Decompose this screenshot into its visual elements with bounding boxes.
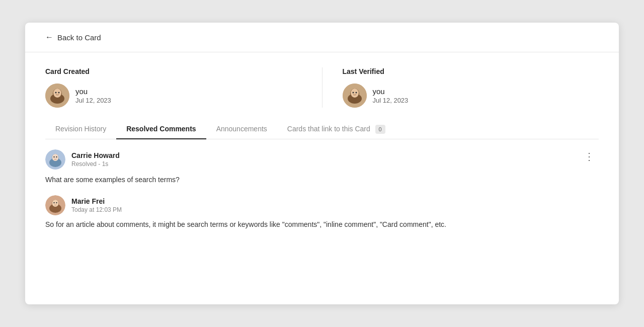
tabs-section: Revision History Resolved Comments Annou… <box>25 108 619 139</box>
card-created-avatar <box>45 84 69 108</box>
vertical-divider <box>322 67 323 108</box>
card-created-date: Jul 12, 2023 <box>75 97 111 104</box>
svg-point-17 <box>56 156 57 157</box>
comment-header: Carrie Howard Resolved - 1s ⋮ <box>45 149 599 170</box>
tab-resolved-comments[interactable]: Resolved Comments <box>116 120 206 139</box>
comment-author-details: Carrie Howard Resolved - 1s <box>71 151 120 168</box>
back-arrow-icon: ← <box>45 33 53 42</box>
tab-badge-cards-link: 0 <box>375 125 385 134</box>
info-section: Card Created you Jul 12, 2023 <box>25 52 619 108</box>
reply-author-name: Marie Frei <box>71 197 122 205</box>
svg-point-16 <box>53 156 54 157</box>
card-created-title: Card Created <box>45 67 302 75</box>
comment-thread: Carrie Howard Resolved - 1s ⋮ What are s… <box>45 149 599 230</box>
card-created-username: you <box>75 87 111 96</box>
last-verified-title: Last Verified <box>343 67 599 75</box>
tab-cards-link[interactable]: Cards that link to this Card 0 <box>277 120 395 139</box>
comment-author-name: Carrie Howard <box>71 151 120 159</box>
tab-revision-history[interactable]: Revision History <box>45 120 116 139</box>
tabs-bar: Revision History Resolved Comments Annou… <box>45 120 599 139</box>
comment-user-info: Carrie Howard Resolved - 1s <box>45 149 120 170</box>
svg-point-21 <box>52 200 59 207</box>
svg-point-4 <box>55 92 57 94</box>
reply-author-details: Marie Frei Today at 12:03 PM <box>71 197 122 213</box>
card-container: ← Back to Card Card Created <box>25 23 619 304</box>
svg-point-23 <box>56 202 57 203</box>
card-created-block: Card Created you Jul 12, 2023 <box>45 67 302 108</box>
last-verified-date: Jul 12, 2023 <box>373 97 409 104</box>
tab-announcements[interactable]: Announcements <box>206 120 277 139</box>
reply-comment: Marie Frei Today at 12:03 PM So for an a… <box>45 195 599 230</box>
reply-text: So for an article about comments, it mig… <box>45 219 498 230</box>
last-verified-username: you <box>373 87 409 96</box>
svg-point-5 <box>58 92 60 94</box>
three-dots-button[interactable]: ⋮ <box>580 149 599 164</box>
comments-section: Carrie Howard Resolved - 1s ⋮ What are s… <box>25 139 619 240</box>
svg-point-22 <box>53 202 54 203</box>
svg-point-10 <box>352 92 354 94</box>
svg-point-3 <box>53 89 61 98</box>
svg-point-15 <box>52 154 59 161</box>
reply-meta: Today at 12:03 PM <box>71 206 122 213</box>
last-verified-block: Last Verified you Jul 12, 2023 <box>343 67 599 108</box>
back-label: Back to Card <box>57 33 101 42</box>
comment-meta: Resolved - 1s <box>71 160 120 168</box>
last-verified-user-details: you Jul 12, 2023 <box>373 87 409 104</box>
comment-text: What are some examples of search terms? <box>45 175 599 185</box>
card-created-user: you Jul 12, 2023 <box>45 84 302 108</box>
svg-point-11 <box>355 92 357 94</box>
comment-author-avatar <box>45 149 65 170</box>
last-verified-user: you Jul 12, 2023 <box>343 84 599 108</box>
reply-user-info: Marie Frei Today at 12:03 PM <box>45 195 599 215</box>
last-verified-avatar <box>343 84 367 108</box>
card-created-user-details: you Jul 12, 2023 <box>75 87 111 104</box>
reply-author-avatar <box>45 195 65 215</box>
svg-point-9 <box>351 89 359 98</box>
back-nav[interactable]: ← Back to Card <box>25 23 619 52</box>
